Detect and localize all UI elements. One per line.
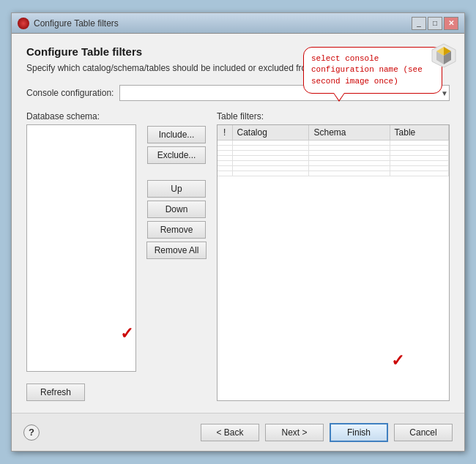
help-button[interactable]: ? xyxy=(23,424,40,441)
remove-button[interactable]: Remove xyxy=(147,221,206,239)
col-header-catalog: Catalog xyxy=(232,125,309,141)
table-row xyxy=(217,145,449,150)
schema-label: Database schema: xyxy=(26,111,136,121)
right-panel: Table filters: ! Catalog Schema Table xyxy=(217,111,450,401)
col-header-schema: Schema xyxy=(309,125,390,141)
configure-table-filters-window: Configure Table filters _ □ ✕ select con… xyxy=(11,12,465,452)
window-title: Configure Table filters xyxy=(34,18,412,29)
table-row xyxy=(217,155,449,160)
maximize-button[interactable]: □ xyxy=(428,17,442,30)
table-row xyxy=(217,171,449,176)
logo xyxy=(431,42,457,69)
cancel-button[interactable]: Cancel xyxy=(394,424,453,441)
table-row xyxy=(217,150,449,155)
checkmark-refresh: ✓ xyxy=(120,324,133,343)
filters-table-wrapper: ! Catalog Schema Table xyxy=(217,124,450,401)
action-buttons-col: Include... Exclude... Up Down Remove Rem… xyxy=(144,111,209,401)
back-button[interactable]: < Back xyxy=(201,424,259,441)
window-controls: _ □ ✕ xyxy=(412,17,458,30)
include-button[interactable]: Include... xyxy=(147,126,206,143)
refresh-btn-row: Refresh xyxy=(26,383,136,401)
col-header-exclamation: ! xyxy=(217,125,232,141)
finish-button[interactable]: Finish xyxy=(330,423,388,442)
checkmark-finish: ✓ xyxy=(391,351,404,370)
filters-table: ! Catalog Schema Table xyxy=(217,125,449,176)
main-area: Database schema: Refresh Include... Excl… xyxy=(26,111,450,401)
down-button[interactable]: Down xyxy=(147,201,206,218)
exclude-button[interactable]: Exclude... xyxy=(147,146,206,164)
refresh-button[interactable]: Refresh xyxy=(26,383,85,401)
title-bar: Configure Table filters _ □ ✕ xyxy=(12,13,464,34)
footer-right: < Back Next > Finish Cancel xyxy=(201,423,453,442)
next-button[interactable]: Next > xyxy=(265,424,324,441)
minimize-button[interactable]: _ xyxy=(412,17,426,30)
footer: ? < Back Next > Finish Cancel xyxy=(12,413,464,451)
footer-left: ? xyxy=(23,424,40,441)
content-area: select console configuration name (see s… xyxy=(12,34,464,413)
left-panel: Database schema: Refresh xyxy=(26,111,136,401)
table-row xyxy=(217,140,449,145)
table-row xyxy=(217,165,449,171)
callout-annotation: select console configuration name (see s… xyxy=(303,47,442,94)
console-label: Console configuration: xyxy=(26,88,114,98)
up-button[interactable]: Up xyxy=(147,180,206,198)
table-row xyxy=(217,160,449,165)
remove-all-button[interactable]: Remove All xyxy=(146,242,207,259)
col-header-table: Table xyxy=(390,125,448,141)
filters-label: Table filters: xyxy=(217,111,450,121)
close-button[interactable]: ✕ xyxy=(444,17,458,30)
window-icon xyxy=(18,18,29,29)
